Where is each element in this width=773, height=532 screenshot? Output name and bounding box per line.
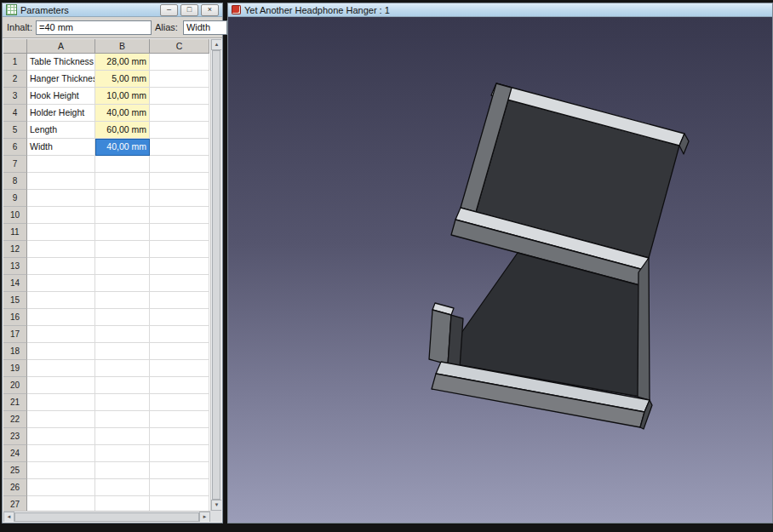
cell-C24[interactable] — [150, 445, 209, 462]
cell-C3[interactable] — [150, 88, 209, 105]
cell-B10[interactable] — [95, 207, 150, 224]
cell-A3[interactable]: Hook Height — [27, 88, 95, 105]
cell-A21[interactable] — [27, 394, 95, 411]
row-header-17[interactable]: 17 — [3, 326, 27, 343]
cell-C1[interactable] — [150, 54, 209, 71]
cell-B20[interactable] — [95, 377, 150, 394]
row-header-19[interactable]: 19 — [3, 360, 27, 377]
cell-A1[interactable]: Table Thickness — [27, 54, 95, 71]
cell-B8[interactable] — [95, 173, 150, 190]
cell-A4[interactable]: Holder Height — [27, 105, 95, 122]
cell-B17[interactable] — [95, 326, 150, 343]
cell-A5[interactable]: Length — [27, 122, 95, 139]
cell-C18[interactable] — [150, 343, 209, 360]
row-header-12[interactable]: 12 — [3, 241, 27, 258]
cell-C17[interactable] — [150, 326, 209, 343]
row-header-2[interactable]: 2 — [3, 71, 27, 88]
cell-B16[interactable] — [95, 309, 150, 326]
horizontal-scroll-thumb[interactable] — [14, 512, 199, 522]
row-header-22[interactable]: 22 — [3, 411, 27, 428]
cell-B7[interactable] — [95, 156, 150, 173]
cell-B21[interactable] — [95, 394, 150, 411]
cell-B22[interactable] — [95, 411, 150, 428]
cell-C20[interactable] — [150, 377, 209, 394]
cell-A9[interactable] — [27, 190, 95, 207]
scroll-left-icon[interactable]: ◄ — [3, 512, 14, 523]
row-header-11[interactable]: 11 — [3, 224, 27, 241]
cell-B15[interactable] — [95, 292, 150, 309]
scroll-up-icon[interactable]: ▲ — [211, 39, 221, 50]
select-all-corner[interactable] — [3, 39, 27, 54]
cell-A27[interactable] — [27, 496, 95, 511]
cell-B3[interactable]: 10,00 mm — [95, 88, 150, 105]
minimize-button[interactable]: – — [160, 4, 178, 16]
cell-A7[interactable] — [27, 156, 95, 173]
cell-C22[interactable] — [150, 411, 209, 428]
freecad-document-icon[interactable] — [232, 5, 241, 14]
cell-B6[interactable]: 40,00 mm — [95, 139, 150, 156]
cell-A22[interactable] — [27, 411, 95, 428]
row-header-25[interactable]: 25 — [3, 462, 27, 479]
row-header-20[interactable]: 20 — [3, 377, 27, 394]
cell-B14[interactable] — [95, 275, 150, 292]
cell-C19[interactable] — [150, 360, 209, 377]
row-header-4[interactable]: 4 — [3, 105, 27, 122]
cell-C7[interactable] — [150, 156, 209, 173]
cell-A6[interactable]: Width — [27, 139, 95, 156]
column-header-B[interactable]: B — [95, 39, 150, 54]
row-header-16[interactable]: 16 — [3, 309, 27, 326]
column-header-A[interactable]: A — [27, 39, 95, 54]
row-header-8[interactable]: 8 — [3, 173, 27, 190]
row-header-5[interactable]: 5 — [3, 122, 27, 139]
cell-C21[interactable] — [150, 394, 209, 411]
cell-B1[interactable]: 28,00 mm — [95, 54, 150, 71]
cell-B27[interactable] — [95, 496, 150, 511]
row-header-7[interactable]: 7 — [3, 156, 27, 173]
document-titlebar[interactable]: Yet Another Headphone Hanger : 1 — [228, 3, 772, 17]
vertical-scroll-thumb[interactable] — [212, 50, 220, 500]
cell-content-input[interactable] — [36, 20, 152, 35]
model-face-right-bar-front[interactable] — [638, 258, 650, 400]
cell-C6[interactable] — [150, 139, 209, 156]
row-header-3[interactable]: 3 — [3, 88, 27, 105]
cell-A13[interactable] — [27, 258, 95, 275]
cell-C10[interactable] — [150, 207, 209, 224]
row-header-14[interactable]: 14 — [3, 275, 27, 292]
row-header-24[interactable]: 24 — [3, 445, 27, 462]
cell-C8[interactable] — [150, 173, 209, 190]
cell-B2[interactable]: 5,00 mm — [95, 71, 150, 88]
cell-A2[interactable]: Hanger Thickness — [27, 71, 95, 88]
row-header-23[interactable]: 23 — [3, 428, 27, 445]
cell-B23[interactable] — [95, 428, 150, 445]
cell-A14[interactable] — [27, 275, 95, 292]
cell-A11[interactable] — [27, 224, 95, 241]
cell-C4[interactable] — [150, 105, 209, 122]
cell-B9[interactable] — [95, 190, 150, 207]
3d-viewport[interactable] — [228, 17, 772, 523]
cell-B26[interactable] — [95, 479, 150, 496]
row-header-1[interactable]: 1 — [3, 54, 27, 71]
cell-A24[interactable] — [27, 445, 95, 462]
cell-A23[interactable] — [27, 428, 95, 445]
cell-A20[interactable] — [27, 377, 95, 394]
cell-C15[interactable] — [150, 292, 209, 309]
parameters-titlebar[interactable]: Parameters – □ × — [3, 3, 222, 17]
row-header-13[interactable]: 13 — [3, 258, 27, 275]
cell-A8[interactable] — [27, 173, 95, 190]
cell-B11[interactable] — [95, 224, 150, 241]
cell-A16[interactable] — [27, 309, 95, 326]
row-header-18[interactable]: 18 — [3, 343, 27, 360]
cell-B13[interactable] — [95, 258, 150, 275]
cell-C5[interactable] — [150, 122, 209, 139]
cell-C27[interactable] — [150, 496, 209, 511]
cell-A10[interactable] — [27, 207, 95, 224]
cell-A15[interactable] — [27, 292, 95, 309]
horizontal-scrollbar[interactable]: ◄ ► — [3, 511, 210, 522]
row-header-15[interactable]: 15 — [3, 292, 27, 309]
cell-C23[interactable] — [150, 428, 209, 445]
cell-A26[interactable] — [27, 479, 95, 496]
close-button[interactable]: × — [201, 4, 219, 16]
restore-button[interactable]: □ — [180, 4, 198, 16]
cell-C12[interactable] — [150, 241, 209, 258]
vertical-scrollbar[interactable]: ▲ ▼ — [210, 39, 221, 511]
